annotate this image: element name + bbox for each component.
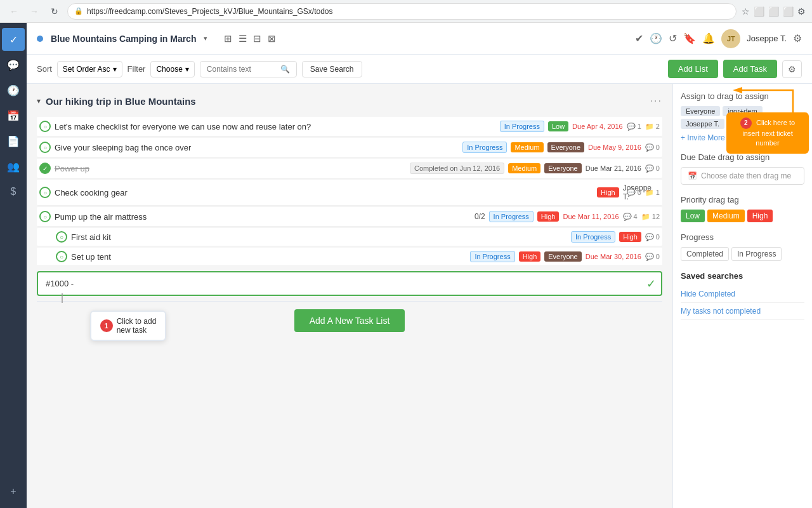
task-name: Power up xyxy=(55,164,406,173)
sidebar-item-files[interactable]: 📄 xyxy=(2,130,25,152)
task-checkbox[interactable]: ○ xyxy=(39,187,51,198)
sidebar-item-chat[interactable]: 💬 xyxy=(2,53,25,76)
task-checkbox[interactable]: ○ xyxy=(56,231,67,243)
project-indicator xyxy=(37,36,43,42)
browser-action-area: ☆ ⬜ ⬜ ⬜ ⚙ xyxy=(742,6,806,17)
task-checkbox[interactable]: ○ xyxy=(56,251,67,262)
table-view-btn[interactable]: ⊠ xyxy=(266,32,277,46)
priority-medium-tag[interactable]: Medium xyxy=(707,210,745,222)
saved-searches-title: Saved searches xyxy=(681,271,804,281)
file-count: 📁 12 xyxy=(641,213,660,221)
search-icon: 🔍 xyxy=(280,65,290,74)
project-dropdown-arrow[interactable]: ▾ xyxy=(204,34,207,43)
grid-view-btn[interactable]: ⊞ xyxy=(223,32,233,46)
avatar[interactable]: JT xyxy=(721,29,740,48)
divider xyxy=(37,301,662,302)
task-checkbox[interactable]: ○ xyxy=(39,121,51,132)
priority-badge: Medium xyxy=(508,163,540,173)
priority-badge: Medium xyxy=(511,142,543,152)
date-input-box[interactable]: 📅 Choose date then drag me xyxy=(681,167,804,185)
file-count: 📁 2 xyxy=(645,123,660,131)
status-badge: In Progress xyxy=(489,211,534,222)
section-menu-dots[interactable]: ··· xyxy=(650,95,662,107)
filter-value: Choose xyxy=(156,65,182,74)
saved-search-item[interactable]: Hide Completed xyxy=(681,286,804,303)
task-row[interactable]: ○ Check cooking gear High Joseppe T. 💬 0… xyxy=(37,180,662,206)
sidebar-item-dollar[interactable]: $ xyxy=(2,180,25,203)
comment-count: 💬 0 xyxy=(645,233,660,241)
priority-section: Priority drag tag Low Medium High xyxy=(681,195,804,222)
secure-icon: 🔒 xyxy=(74,7,83,15)
task-row[interactable]: ○ Give your sleeping bag the once over I… xyxy=(37,138,662,157)
subtask-row[interactable]: ○ First aid kit In Progress High 💬 0 xyxy=(37,228,662,246)
due-date-title: Due Date drag to assign xyxy=(681,152,804,162)
confirm-task-icon[interactable]: ✓ xyxy=(646,277,656,291)
add-task-button[interactable]: Add Task xyxy=(723,60,777,78)
address-bar[interactable]: 🔒 https://freedcamp.com/Steves_Projects_… xyxy=(67,3,737,20)
priority-badge: High xyxy=(597,187,619,197)
task-checkbox[interactable]: ○ xyxy=(39,142,51,153)
due-date-section: Due Date drag to assign 📅 Choose date th… xyxy=(681,152,804,185)
add-task-list-button[interactable]: Add A New Task List xyxy=(294,309,405,332)
new-task-input[interactable] xyxy=(37,271,662,296)
sidebar-item-users[interactable]: 👥 xyxy=(2,155,25,178)
task-checkbox[interactable]: ○ xyxy=(39,211,51,222)
priority-low-tag[interactable]: Low xyxy=(681,210,705,222)
annotation-2-badge: 2 xyxy=(740,117,752,129)
sidebar-item-home[interactable]: ✓ xyxy=(2,28,25,51)
task-row[interactable]: ○ Pump up the air mattress 0/2 In Progre… xyxy=(37,207,662,227)
refresh-icon[interactable]: ↺ xyxy=(669,32,677,44)
due-date: Due Mar 30, 2016 xyxy=(586,253,641,260)
assign-tag[interactable]: Joseppe T. xyxy=(681,119,724,129)
sidebar-item-calendar[interactable]: 📅 xyxy=(2,104,25,127)
task-row[interactable]: ○ Let's make checklist for everyone we c… xyxy=(37,117,662,137)
back-button[interactable]: ← xyxy=(6,4,22,19)
ext4-button[interactable]: ⚙ xyxy=(797,6,806,17)
search-input[interactable] xyxy=(207,65,277,74)
forward-button[interactable]: → xyxy=(27,4,42,19)
subtask-row[interactable]: ○ Set up tent In Progress High Everyone … xyxy=(37,248,662,266)
task-checkbox[interactable]: ✓ xyxy=(39,163,51,174)
bookmark-icon[interactable]: 🔖 xyxy=(683,32,696,44)
assign-tag[interactable]: Everyone xyxy=(681,106,720,116)
filter-dropdown-arrow: ▾ xyxy=(185,65,189,74)
toolbar: Sort Set Order Asc ▾ Filter Choose ▾ 🔍 S… xyxy=(27,55,812,84)
priority-badge: High xyxy=(619,232,641,242)
status-badge: In Progress xyxy=(571,231,615,243)
clock-icon[interactable]: 🕐 xyxy=(650,32,662,44)
file-count: 📁 1 xyxy=(645,189,660,197)
sidebar-item-add[interactable]: + xyxy=(2,480,25,503)
task-name: Pump up the air mattress xyxy=(55,212,471,222)
url-text: https://freedcamp.com/Steves_Projects_kV… xyxy=(87,7,333,16)
progress-completed-tag[interactable]: Completed xyxy=(681,247,729,261)
due-date: Due Mar 11, 2016 xyxy=(563,213,619,220)
priority-high-tag[interactable]: High xyxy=(747,210,773,222)
priority-tags: Low Medium High xyxy=(681,210,804,222)
check-icon[interactable]: ✔ xyxy=(635,32,643,44)
ext2-button[interactable]: ⬜ xyxy=(768,6,779,17)
sort-select[interactable]: Set Order Asc ▾ xyxy=(57,61,122,77)
star-button[interactable]: ☆ xyxy=(742,6,750,17)
bell-icon[interactable]: 🔔 xyxy=(702,32,715,44)
ext1-button[interactable]: ⬜ xyxy=(754,6,764,17)
task-row[interactable]: ✓ Power up Completed on Jun 12, 2016 Med… xyxy=(37,159,662,178)
list-view-btn[interactable]: ☰ xyxy=(237,32,248,46)
filter-select[interactable]: Choose ▾ xyxy=(150,61,194,77)
add-list-button[interactable]: Add List xyxy=(668,60,718,78)
sidebar-item-clock[interactable]: 🕐 xyxy=(2,79,25,102)
save-search-button[interactable]: Save Search xyxy=(302,61,362,77)
progress-in-progress-tag[interactable]: In Progress xyxy=(731,247,782,261)
settings-gear-icon[interactable]: ⚙ xyxy=(793,32,802,44)
due-date: Due Mar 21, 2016 xyxy=(586,164,641,172)
saved-search-item[interactable]: My tasks not completed xyxy=(681,303,804,320)
reload-button[interactable]: ↻ xyxy=(47,4,62,19)
ext3-button[interactable]: ⬜ xyxy=(783,6,794,17)
board-view-btn[interactable]: ⊟ xyxy=(252,32,263,46)
comment-count: 💬 4 xyxy=(623,213,638,221)
toolbar-settings-button[interactable]: ⚙ xyxy=(782,60,802,78)
project-name[interactable]: Blue Mountains Camping in March xyxy=(51,34,196,44)
progress-title: Progress xyxy=(681,232,804,242)
annotation-1-text: Click to addnew task xyxy=(117,317,157,335)
collapse-arrow[interactable]: ▾ xyxy=(37,97,41,105)
status-badge: In Progress xyxy=(470,251,514,262)
